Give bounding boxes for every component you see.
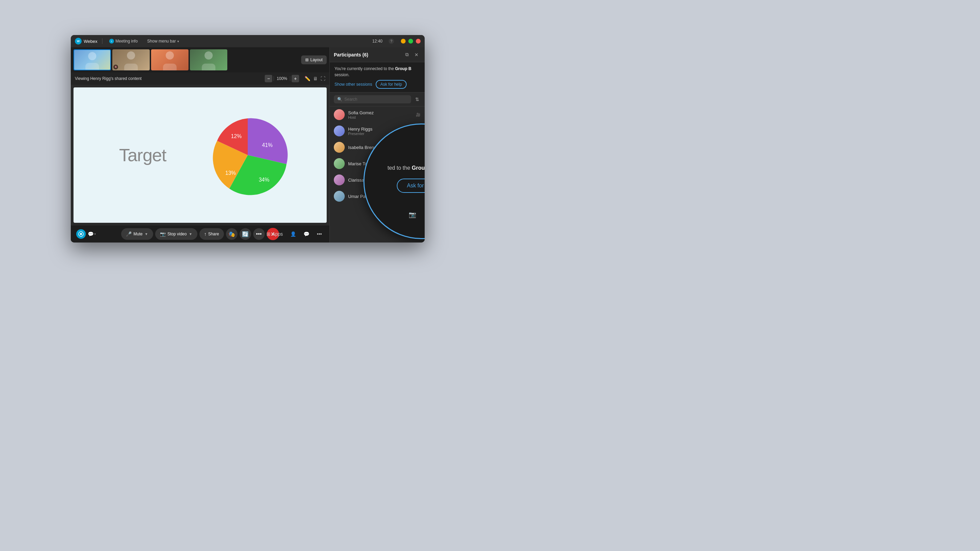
list-item[interactable]: Sofia Gomez Host 🎥 bbox=[330, 106, 425, 123]
monitor-icon[interactable]: 🖥 bbox=[313, 76, 318, 81]
chat-panel-button[interactable]: 💬 bbox=[301, 230, 311, 238]
participants-icon: 👤 bbox=[290, 231, 296, 237]
session-text-normal: You're currently connected to the bbox=[334, 66, 395, 71]
session-text-end: session. bbox=[334, 73, 350, 77]
apps-icon: ⊞ bbox=[266, 231, 270, 237]
app-title: Webex bbox=[84, 39, 97, 44]
pie-label-41: 41% bbox=[262, 142, 272, 148]
camera-status-icon: 🎥 bbox=[416, 113, 421, 117]
sort-button[interactable]: ⇅ bbox=[414, 95, 421, 103]
title-bar: W Webex i Meeting info Show menu bar ▾ 1… bbox=[71, 35, 425, 47]
panel-close-icon: ✕ bbox=[414, 52, 418, 57]
webex-status-button[interactable] bbox=[76, 229, 86, 239]
stop-video-label: Stop video bbox=[167, 232, 187, 237]
more-right-button[interactable]: ••• bbox=[315, 230, 324, 238]
thumbnails-strip: 🔇 ⊞ Layout bbox=[71, 47, 329, 73]
chat-chevron-icon: ▾ bbox=[94, 232, 96, 236]
zoom-in-button[interactable]: + bbox=[292, 75, 299, 82]
content-toolbar: Viewing Henry Rigg's shared content − 10… bbox=[71, 73, 329, 85]
participant-name: Sofia Gomez bbox=[348, 110, 412, 115]
ask-help-button[interactable]: Ask for help bbox=[375, 80, 407, 89]
magnified-overlay: ⧉ ✕ ted to the Group B session. Ask for … bbox=[363, 124, 425, 239]
show-menu-button[interactable]: Show menu bar ▾ bbox=[145, 38, 181, 44]
viewing-label: Viewing Henry Rigg's shared content bbox=[75, 76, 142, 81]
sync-button[interactable]: 🔄 bbox=[240, 228, 251, 240]
avatar bbox=[334, 109, 345, 120]
mag-bottom-icons: 📷 🎤 bbox=[409, 211, 425, 218]
microphone-icon: 🎤 bbox=[126, 231, 132, 237]
reactions-button[interactable]: 🎭 bbox=[226, 228, 237, 240]
window-controls: − □ × bbox=[401, 39, 421, 43]
toolbar-center: 🎤 Mute ▾ 📷 Stop video ▾ ↑ Share 🎭 bbox=[121, 228, 279, 240]
more-dots-icon: ••• bbox=[256, 231, 262, 237]
fullscreen-icon[interactable]: ⛶ bbox=[321, 76, 325, 81]
help-button[interactable]: ? bbox=[388, 38, 394, 44]
avatar bbox=[334, 125, 345, 137]
thumbnail-4[interactable] bbox=[190, 49, 227, 70]
app-logo: W Webex bbox=[75, 38, 97, 44]
svg-point-1 bbox=[80, 233, 82, 235]
layout-icon: ⊞ bbox=[305, 57, 309, 62]
more-options-button[interactable]: ••• bbox=[253, 228, 265, 240]
mag-ask-help-button[interactable]: Ask for help bbox=[397, 179, 425, 193]
pie-label-13: 13% bbox=[225, 170, 236, 176]
participant-role: Host bbox=[348, 115, 412, 119]
pie-label-12: 12% bbox=[231, 133, 242, 139]
mag-session-text: ted to the Group B session. bbox=[388, 164, 425, 172]
video-chevron-icon: ▾ bbox=[189, 232, 192, 237]
apps-button[interactable]: ⊞ Apps bbox=[264, 230, 285, 238]
show-sessions-link[interactable]: Show other sessions bbox=[334, 82, 372, 87]
thumbnail-3[interactable] bbox=[151, 49, 189, 70]
participant-status-icons: 🎥 bbox=[416, 113, 421, 117]
avatar bbox=[334, 158, 345, 169]
search-icon: 🔍 bbox=[337, 97, 342, 102]
share-icon: ↑ bbox=[204, 231, 207, 237]
apps-label: Apps bbox=[272, 231, 283, 237]
share-label: Share bbox=[208, 232, 219, 237]
avatar bbox=[334, 175, 345, 185]
panel-popout-button[interactable]: ⧉ bbox=[403, 51, 411, 59]
panel-close-button[interactable]: ✕ bbox=[412, 51, 421, 59]
sync-icon: 🔄 bbox=[242, 231, 249, 237]
camera-icon: 📷 bbox=[160, 231, 166, 237]
mag-camera-icon: 📷 bbox=[409, 211, 416, 218]
chevron-down-icon: ▾ bbox=[177, 40, 179, 43]
webex-logo-icon bbox=[78, 231, 84, 237]
minimize-button[interactable]: − bbox=[401, 39, 406, 43]
pie-label-34: 34% bbox=[259, 177, 269, 183]
layout-button[interactable]: ⊞ Layout bbox=[301, 56, 327, 64]
close-button[interactable]: × bbox=[416, 39, 421, 43]
thumbnail-2[interactable]: 🔇 bbox=[112, 49, 150, 70]
zoom-value: 100% bbox=[274, 76, 290, 81]
content-actions: ✏️ 🖥 ⛶ bbox=[305, 76, 325, 81]
clock-display: 12:40 bbox=[372, 39, 382, 43]
thumbnail-1[interactable] bbox=[73, 49, 111, 70]
bottom-left-controls: 💬 ▾ bbox=[76, 229, 96, 239]
mag-session-group: Group B bbox=[412, 165, 425, 171]
meeting-info-button[interactable]: i Meeting info bbox=[107, 38, 140, 44]
meeting-info-label: Meeting info bbox=[115, 39, 137, 43]
pie-chart-svg: 41% 34% 13% 12% bbox=[207, 114, 288, 196]
reactions-icon: 🎭 bbox=[228, 231, 235, 237]
zoom-controls: − 100% + bbox=[265, 75, 299, 82]
panel-header: Participants (6) ⧉ ✕ bbox=[330, 47, 425, 62]
zoom-out-button[interactable]: − bbox=[265, 75, 272, 82]
magnified-content: ⧉ ✕ ted to the Group B session. Ask for … bbox=[364, 124, 425, 238]
slide-area: Target 41% 34 bbox=[73, 87, 327, 223]
mute-button[interactable]: 🎤 Mute ▾ bbox=[121, 228, 153, 240]
bottom-right-controls: ⊞ Apps 👤 💬 ••• bbox=[264, 230, 324, 238]
left-panel: 🔇 ⊞ Layout bbox=[71, 47, 329, 243]
session-notification: You're currently connected to the Group … bbox=[330, 62, 425, 92]
chat-button[interactable]: 💬 ▾ bbox=[88, 231, 96, 237]
search-input[interactable] bbox=[344, 97, 408, 102]
slide-target-text: Target bbox=[119, 145, 166, 165]
share-button[interactable]: ↑ Share bbox=[199, 228, 224, 240]
layout-label: Layout bbox=[310, 57, 323, 62]
mag-session-prefix: ted to the bbox=[388, 165, 412, 171]
stop-video-button[interactable]: 📷 Stop video ▾ bbox=[155, 228, 197, 240]
mute-chevron-icon: ▾ bbox=[144, 232, 148, 237]
annotate-icon[interactable]: ✏️ bbox=[305, 76, 310, 81]
info-dot-icon: i bbox=[109, 39, 114, 43]
participants-button[interactable]: 👤 bbox=[288, 230, 298, 238]
maximize-button[interactable]: □ bbox=[408, 39, 413, 43]
